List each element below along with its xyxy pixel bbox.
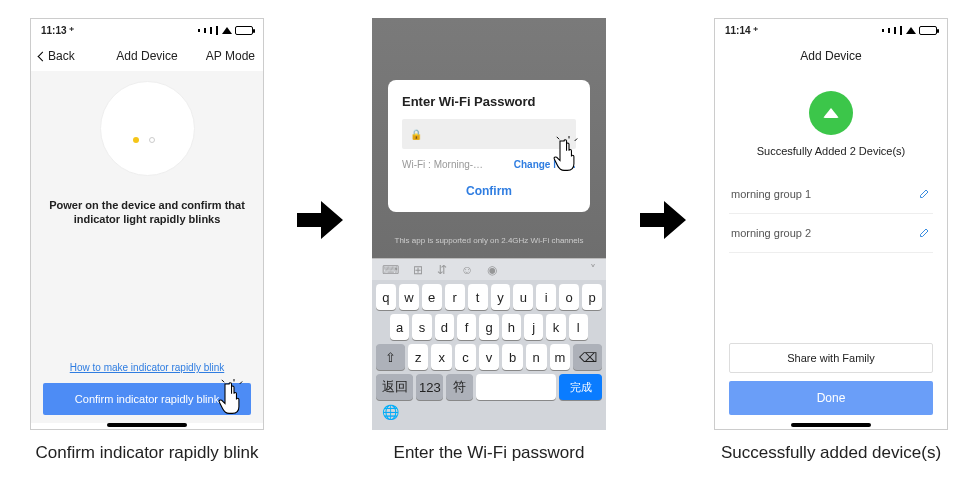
status-bar: 11:13 ⁺ (31, 19, 263, 41)
wifi-name-label: Wi-Fi : Morning-… (402, 159, 483, 170)
keyboard-key[interactable]: 123 (416, 374, 443, 400)
battery-icon (919, 26, 937, 35)
device-name: morning group 1 (731, 188, 811, 200)
share-with-family-button[interactable]: Share with Family (729, 343, 933, 373)
keyboard-key[interactable]: x (431, 344, 452, 370)
step2-caption: Enter the Wi-Fi password (372, 442, 606, 463)
keyboard-key[interactable]: t (468, 284, 488, 310)
home-indicator (791, 423, 871, 427)
phone-screen-step3: 11:14 ⁺ Add Device Succesfully Added 2 D… (714, 18, 948, 430)
phone-screen-step1: 11:13 ⁺ Back Add Device AP Mode Power on… (30, 18, 264, 430)
device-row: morning group 2 (729, 214, 933, 253)
keyboard-key[interactable]: ⌫ (573, 344, 602, 370)
status-icons (882, 26, 937, 35)
keyboard-key[interactable]: s (412, 314, 431, 340)
arrow-right-icon (638, 195, 688, 245)
back-button[interactable]: Back (39, 49, 94, 63)
ap-mode-link[interactable]: AP Mode (200, 49, 255, 63)
globe-icon[interactable]: 🌐 (382, 404, 399, 420)
nav-bar: Back Add Device AP Mode (31, 41, 263, 71)
keyboard-key[interactable]: o (559, 284, 579, 310)
arrow-right-icon (295, 195, 345, 245)
done-button[interactable]: Done (729, 381, 933, 415)
edit-icon[interactable] (919, 187, 931, 201)
phone-screen-step2: Enter Wi-Fi Password 🔒 Wi-Fi : Morning-…… (372, 18, 606, 430)
keyboard-key[interactable]: 完成 (559, 374, 602, 400)
keyboard-key[interactable]: f (457, 314, 476, 340)
keyboard-key[interactable]: j (524, 314, 543, 340)
confirm-button[interactable]: Confirm (402, 178, 576, 204)
keyboard-key[interactable]: q (376, 284, 396, 310)
step1-caption: Confirm indicator rapidly blink (30, 442, 264, 463)
status-time: 11:14 ⁺ (725, 25, 758, 36)
lock-icon: 🔒 (410, 129, 422, 140)
password-input[interactable]: 🔒 (402, 119, 576, 149)
kbd-toolbar-icon[interactable]: ⊞ (413, 263, 423, 277)
keyboard-key[interactable]: e (422, 284, 442, 310)
modal-title: Enter Wi-Fi Password (402, 94, 576, 109)
kbd-toolbar-icon[interactable]: ◉ (487, 263, 497, 277)
keyboard-key[interactable]: y (491, 284, 511, 310)
keyboard-key[interactable]: 符 (446, 374, 473, 400)
keyboard-key[interactable]: h (502, 314, 521, 340)
keyboard-key[interactable]: i (536, 284, 556, 310)
keyboard-key[interactable]: p (582, 284, 602, 310)
status-bar: 11:14 ⁺ (715, 19, 947, 41)
keyboard-key[interactable]: g (479, 314, 498, 340)
keyboard-key[interactable]: m (550, 344, 571, 370)
keyboard-key[interactable]: l (569, 314, 588, 340)
edit-icon[interactable] (919, 226, 931, 240)
confirm-blink-button[interactable]: Confirm indicator rapidly blink (43, 383, 251, 415)
wifi-icon (906, 27, 916, 34)
device-name: morning group 2 (731, 227, 811, 239)
keyboard-key[interactable]: r (445, 284, 465, 310)
keyboard-key[interactable]: c (455, 344, 476, 370)
help-link[interactable]: How to make indicator rapidly blink (43, 362, 251, 373)
keyboard-key[interactable]: d (435, 314, 454, 340)
keyboard: ⌨ ⊞ ⇵ ☺ ◉ ˅ qwertyuiop asdfghjkl ⇧zxcvbn… (372, 258, 606, 430)
status-icons (198, 26, 253, 35)
instruction-text: Power on the device and confirm that ind… (43, 198, 251, 227)
keyboard-key[interactable]: k (546, 314, 565, 340)
kbd-toolbar-icon[interactable]: ☺ (461, 263, 473, 277)
keyboard-key[interactable]: a (390, 314, 409, 340)
keyboard-key[interactable]: z (408, 344, 429, 370)
kbd-toolbar-icon[interactable]: ⌨ (382, 263, 399, 277)
status-time: 11:13 ⁺ (41, 25, 74, 36)
kbd-toolbar-icon[interactable]: ˅ (590, 263, 596, 277)
page-title: Add Device (800, 49, 861, 63)
keyboard-key[interactable]: ⇧ (376, 344, 405, 370)
wifi-password-modal: Enter Wi-Fi Password 🔒 Wi-Fi : Morning-…… (388, 80, 590, 212)
keyboard-key[interactable]: u (513, 284, 533, 310)
footnote-text: This app is supported only on 2.4GHz Wi-… (372, 236, 606, 245)
keyboard-key[interactable]: n (526, 344, 547, 370)
keyboard-key[interactable]: b (502, 344, 523, 370)
home-indicator (107, 423, 187, 427)
success-text: Succesfully Added 2 Device(s) (729, 145, 933, 157)
step3-caption: Successfully added device(s) (714, 442, 948, 463)
success-wifi-icon (809, 91, 853, 135)
keyboard-key[interactable]: 返回 (376, 374, 413, 400)
keyboard-key[interactable] (476, 374, 556, 400)
chevron-left-icon (38, 52, 48, 62)
device-row: morning group 1 (729, 175, 933, 214)
kbd-toolbar-icon[interactable]: ⇵ (437, 263, 447, 277)
wifi-icon (222, 27, 232, 34)
change-network-link[interactable]: Change Ne… (514, 159, 576, 170)
keyboard-key[interactable]: w (399, 284, 419, 310)
page-title: Add Device (116, 49, 177, 63)
indicator-illustration (100, 81, 195, 176)
keyboard-key[interactable]: v (479, 344, 500, 370)
nav-bar: Add Device (715, 41, 947, 71)
battery-icon (235, 26, 253, 35)
